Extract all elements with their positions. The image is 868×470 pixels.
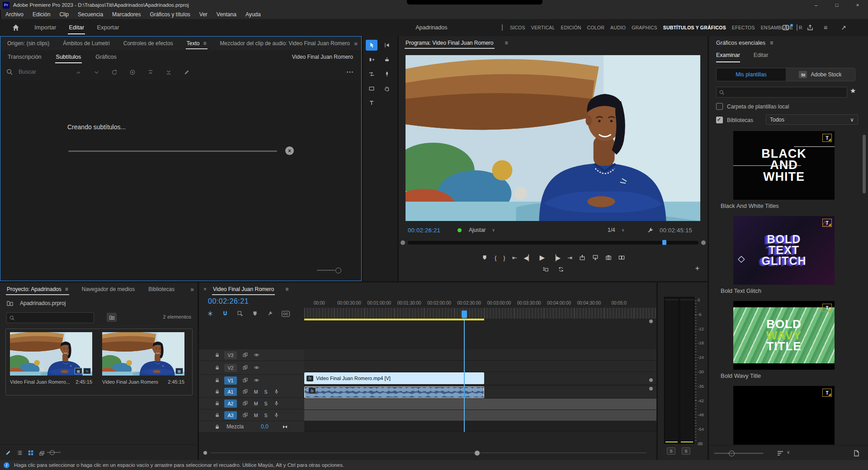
adobe-stock-button[interactable]: StAdobe Stock — [786, 68, 855, 81]
refresh-icon[interactable] — [105, 68, 123, 75]
step-forward-icon[interactable]: ▕▶ — [552, 254, 561, 261]
menu-item[interactable]: Edición — [28, 11, 55, 18]
more-options-icon[interactable]: ••• — [346, 70, 354, 75]
eg-scrollbar[interactable] — [863, 135, 866, 193]
workspace-tab[interactable]: AUDIO — [610, 25, 626, 30]
workspace-tab[interactable]: SICOS — [510, 25, 525, 30]
folder-up-icon[interactable] — [6, 300, 14, 307]
quick-export-icon[interactable] — [807, 24, 814, 31]
comparison-view-icon[interactable] — [618, 254, 625, 261]
timeline-settings-icon[interactable] — [267, 310, 273, 317]
libraries-dropdown[interactable]: Todos∨ — [766, 114, 858, 125]
voiceover-mic-icon[interactable] — [274, 412, 279, 418]
panel-tab[interactable]: Navegador de medios≡ — [75, 282, 142, 296]
scroll-knob[interactable] — [475, 451, 480, 456]
template-item[interactable]: T — [709, 386, 863, 445]
extract-icon[interactable] — [592, 254, 599, 261]
panel-tab[interactable]: Texto≡ — [180, 37, 213, 50]
merge-captions-icon[interactable] — [142, 68, 160, 75]
menu-item[interactable]: Archivo — [1, 11, 28, 18]
ruler-ticks[interactable] — [304, 308, 656, 319]
step-back-icon[interactable]: ◀▏ — [524, 254, 533, 261]
template-thumbnail[interactable]: BLACK AND WHITE T — [733, 131, 835, 200]
program-tab[interactable]: Programa: Video Final Juan Romero — [399, 36, 500, 50]
solo-button[interactable]: S — [264, 401, 268, 406]
panel-menu-icon[interactable]: ≡ — [770, 40, 773, 46]
search-bin-icon[interactable] — [107, 313, 117, 322]
project-clip-item[interactable]: Video Final Juan Romero 2:45:15 — [102, 332, 184, 385]
workspace-tab[interactable]: EFECTOS — [732, 25, 755, 30]
add-button[interactable]: + — [695, 264, 699, 273]
sync-lock-icon[interactable] — [242, 412, 248, 418]
audio-track-header[interactable]: A2 M S — [199, 398, 304, 409]
favorites-star-icon[interactable]: ★ — [850, 87, 856, 95]
panel-menu-icon[interactable]: ≡ — [285, 286, 288, 292]
tool-button[interactable] — [381, 83, 393, 94]
audio-clip[interactable]: fx — [304, 386, 484, 398]
text-zoom-slider[interactable] — [317, 270, 335, 271]
menu-item[interactable]: Clip — [55, 11, 73, 18]
track-lane-v3[interactable] — [304, 349, 656, 361]
menu-item[interactable]: Ver — [195, 11, 212, 18]
program-timecode[interactable]: 00:02:26:21 — [408, 227, 440, 234]
tool-button[interactable] — [366, 83, 377, 94]
solo-button[interactable]: S — [264, 413, 268, 418]
clip-thumbnail[interactable] — [10, 332, 92, 376]
tool-button[interactable] — [381, 40, 393, 51]
panel-tab[interactable]: Mezclador del clip de audio: Video Final… — [213, 37, 357, 50]
track-target-badge[interactable]: A1 — [224, 388, 237, 396]
audio-track-header[interactable]: A3 M S — [199, 409, 304, 421]
prev-caption-icon[interactable] — [69, 68, 87, 75]
sync-lock-icon[interactable] — [242, 377, 248, 383]
eg-tab[interactable]: Editar — [754, 50, 769, 62]
mute-button[interactable]: M — [254, 389, 258, 395]
scroll-left-dot[interactable] — [203, 451, 207, 455]
lock-icon[interactable] — [214, 389, 220, 395]
track-target-badge[interactable]: A3 — [224, 411, 237, 419]
caption-subtab[interactable]: Transcripción — [0, 50, 49, 64]
track-visibility-icon[interactable] — [254, 352, 259, 358]
lift-icon[interactable] — [579, 254, 585, 261]
workspace-tab[interactable]: GRAPHICS — [632, 25, 657, 30]
list-view-icon[interactable] — [16, 450, 23, 456]
scrubber-left-handle[interactable] — [401, 240, 405, 245]
mode-tab[interactable]: Editar — [62, 19, 90, 36]
video-track-header[interactable]: V3 — [199, 349, 304, 361]
workspace-tab[interactable]: EDICIÓN — [561, 25, 581, 30]
libraries-checkbox[interactable] — [716, 117, 723, 123]
slider-knob[interactable] — [50, 450, 55, 455]
tool-button[interactable] — [381, 69, 393, 80]
workspace-tab[interactable]: VERTICAL — [531, 25, 555, 30]
voiceover-mic-icon[interactable] — [274, 389, 279, 395]
edit-caption-icon[interactable] — [178, 68, 196, 75]
template-search-input[interactable] — [727, 89, 847, 96]
template-thumbnail[interactable]: BOLD WAVY TITLE T — [733, 301, 835, 370]
caption-subtab[interactable]: Gráficos — [88, 50, 124, 64]
mark-in-icon[interactable]: { — [495, 254, 496, 261]
swap-icon[interactable] — [558, 266, 564, 273]
menu-item[interactable]: Gráficos y títulos — [145, 11, 194, 18]
tool-button[interactable] — [366, 54, 377, 65]
workspace-tab[interactable]: R — [799, 25, 802, 30]
next-caption-icon[interactable] — [87, 68, 105, 75]
export-frame-icon[interactable] — [605, 254, 612, 261]
tool-button[interactable] — [366, 98, 377, 108]
track-visibility-icon[interactable] — [254, 365, 259, 371]
home-icon[interactable] — [12, 24, 20, 32]
solo-button[interactable]: S — [264, 389, 268, 395]
mode-tab[interactable]: Exportar — [90, 19, 125, 36]
nest-sequence-icon[interactable] — [207, 310, 213, 317]
lock-icon[interactable] — [214, 400, 220, 406]
track-visibility-icon[interactable] — [254, 377, 259, 383]
scrubber-right-handle[interactable] — [701, 240, 706, 245]
program-monitor-video[interactable] — [406, 55, 700, 221]
workspace-tab[interactable]: SUBTÍTULOS Y GRÁFICOS — [663, 25, 726, 30]
mode-tab[interactable]: Importar — [28, 19, 62, 36]
install-mogrt-icon[interactable] — [853, 450, 860, 457]
panel-tab[interactable]: Bibliotecas≡ — [142, 282, 181, 296]
lock-icon[interactable] — [214, 365, 220, 371]
my-templates-button[interactable]: Mis plantillas — [717, 68, 786, 81]
mute-button[interactable]: M — [254, 413, 258, 418]
mix-track-header[interactable]: Mezcla 0,0 — [199, 421, 304, 432]
voiceover-mic-icon[interactable] — [274, 400, 279, 406]
